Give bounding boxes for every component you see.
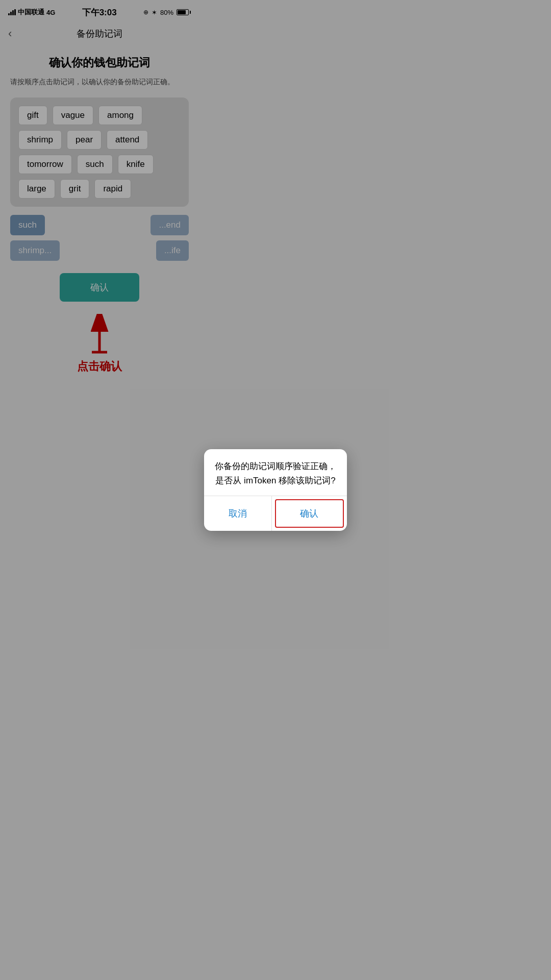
dialog-overlay: 你备份的助记词顺序验证正确，是否从 imToken 移除该助记词? 取消 确认 (0, 0, 199, 431)
